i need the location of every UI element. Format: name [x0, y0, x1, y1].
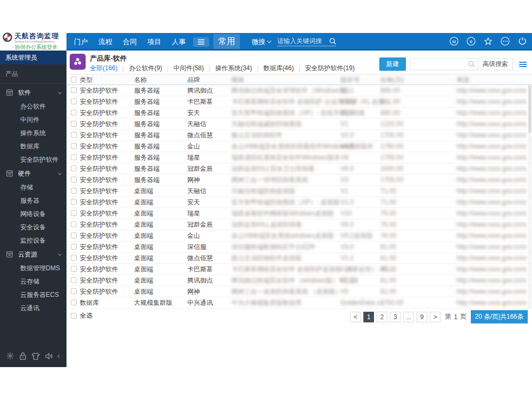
row-checkbox[interactable] [71, 244, 77, 250]
tab-中间件(58)[interactable]: 中间件(58) [173, 64, 204, 73]
lock-screen-icon[interactable] [19, 352, 27, 360]
table-row[interactable]: 安全防护软件服务器端安天安天智甲终端防御系统（XP）- 在线升级防病毒V1.08… [66, 107, 532, 119]
tree-item-中间件[interactable]: 中间件 [0, 113, 66, 127]
tab-全部(166)[interactable]: 全部(166) [90, 64, 118, 73]
nav-item-合同[interactable]: 合同 [123, 37, 137, 47]
select-all-checkbox[interactable] [71, 313, 77, 319]
tree-item-网络设备[interactable]: 网络设备 [0, 207, 66, 221]
table-row[interactable]: 安全防护软件服务器端瑞星瑞星虚拟化系统安全软件Windows版本V81755.0… [66, 152, 532, 163]
tree-item-服务器[interactable]: 服务器 [0, 194, 66, 207]
nav-item-项目[interactable]: 项目 [147, 37, 161, 47]
row-checkbox[interactable] [71, 110, 77, 115]
sound-speaker-icon[interactable] [45, 352, 53, 360]
page-button-1[interactable]: 1 [363, 312, 374, 322]
table-row[interactable]: 安全防护软件服务器端腾讯御点腾讯御点终端安全管理软件（Windows版）V2.1… [66, 85, 532, 96]
collapse-chevron-icon[interactable] [57, 354, 61, 358]
row-checkbox[interactable] [71, 277, 77, 283]
tree-item-监控设备[interactable]: 监控设备 [0, 234, 66, 247]
table-row[interactable]: 安全防护软件服务器端天融信天融信终端威胁防御系统V11220.00http://… [66, 119, 532, 130]
row-checkbox[interactable] [71, 210, 77, 216]
table-row[interactable]: 安全防护软件桌面端天融信天融信终端防御桌面版V171.00http://www.… [66, 186, 532, 197]
tree-item-办公软件[interactable]: 办公软件 [0, 100, 66, 113]
theme-shirt-icon[interactable] [31, 352, 40, 360]
more-options-icon[interactable] [501, 37, 510, 46]
table-row[interactable]: 安全防护软件桌面端冠群金辰冠群金辰KILL桌面防病毒V5.075.00http:… [66, 219, 532, 230]
page-next-button[interactable]: > [430, 312, 440, 322]
row-checkbox[interactable] [71, 177, 77, 182]
tree-item-数据库[interactable]: 数据库 [0, 140, 66, 153]
tree-item-云存储[interactable]: 云存储 [0, 275, 66, 288]
row-checkbox[interactable] [71, 221, 77, 227]
table-row[interactable]: 安全防护软件桌面端卡巴斯基卡巴斯基网络安全软件 全面防护桌面版（KU 款型）- … [66, 264, 532, 275]
nav-item-流程[interactable]: 流程 [98, 37, 112, 47]
page-button-9[interactable]: 9 [417, 312, 427, 322]
oa-login-link[interactable]: · 协同办公系统登录 [12, 44, 57, 51]
list-view-toggle-icon[interactable] [519, 62, 527, 67]
row-checkbox[interactable] [71, 232, 77, 238]
wesearch-dropdown[interactable]: 微搜 [252, 37, 271, 47]
row-checkbox[interactable] [71, 87, 77, 93]
enterprise-chat-icon[interactable]: e [467, 37, 476, 46]
row-checkbox[interactable] [71, 121, 77, 127]
search-icon[interactable] [329, 38, 336, 45]
page-button-2[interactable]: 2 [377, 312, 387, 322]
nav-menu-button[interactable] [193, 37, 209, 47]
tab-操作系统(34)[interactable]: 操作系统(34) [215, 64, 252, 73]
tree-item-操作系统[interactable]: 操作系统 [0, 127, 66, 140]
tree-item-安全设备[interactable]: 安全设备 [0, 221, 66, 234]
global-search-input[interactable] [277, 37, 326, 45]
row-checkbox[interactable] [71, 98, 77, 104]
settings-gear-icon[interactable] [6, 352, 14, 360]
power-logout-icon[interactable] [518, 37, 527, 46]
row-checkbox[interactable] [71, 288, 77, 294]
tree-item-存储[interactable]: 存储 [0, 181, 66, 194]
page-prev-button[interactable]: < [350, 312, 361, 322]
advanced-search-button[interactable]: 高级搜索 [478, 59, 512, 70]
table-row[interactable]: 安全防护软件服务器端冠群金辰冠群金辰KILL安全卫士防病毒V6.01630.00… [66, 163, 532, 174]
nav-item-favorites[interactable]: 常用 [213, 34, 240, 49]
message-icon[interactable]: M [450, 37, 459, 46]
nav-item-门户[interactable]: 门户 [74, 37, 88, 47]
sidebar-section-product[interactable]: 产品 [0, 64, 66, 83]
favorite-star-icon[interactable] [484, 37, 493, 46]
new-button[interactable]: 新建 [379, 57, 406, 71]
tree-item-云通讯[interactable]: 云通讯 [0, 302, 66, 315]
row-checkbox[interactable] [71, 154, 77, 160]
filter-search-icon[interactable] [468, 59, 478, 70]
tree-item-数据管理DMS[interactable]: 数据管理DMS [0, 262, 66, 275]
tree-group-软件[interactable]: 软件 [0, 86, 66, 100]
table-row[interactable]: 安全防护软件桌面端腾讯御点腾讯御点终端安全软件（windows版）V2.1版V2… [66, 275, 532, 286]
page-jump-number[interactable]: 1 [454, 313, 458, 321]
table-row[interactable]: 安全防护软件服务器端微点佰慧微点主动防御软件V2.01705.00http://… [66, 130, 532, 141]
tree-group-云资源[interactable]: 云资源 [0, 247, 66, 262]
table-row[interactable]: 安全防护软件桌面端深信服深信服终端检测响应平台EDRV3.081.00http:… [66, 242, 532, 253]
row-checkbox[interactable] [71, 132, 77, 138]
table-row[interactable]: 安全防护软件桌面端微点佰慧微点主动防御软件桌面版V2.281.00http://… [66, 253, 532, 264]
tab-数据库(46)[interactable]: 数据库(46) [263, 64, 294, 73]
tree-item-云服务器ECS[interactable]: 云服务器ECS [0, 288, 66, 302]
table-scrollbar[interactable] [528, 85, 531, 309]
filter-search-input[interactable] [411, 59, 468, 70]
page-button-3[interactable]: 3 [390, 312, 401, 322]
table-row[interactable]: 安全防护软件桌面端网神网神三合一桌面防病毒系统 （桌面版）V581.00http… [66, 286, 532, 297]
row-checkbox[interactable] [71, 255, 77, 261]
table-row[interactable]: 安全防护软件桌面端金山金山V8终端安全系统windows桌面版V9.2桌面版76… [66, 230, 532, 242]
tab-办公软件(9)[interactable]: 办公软件(9) [129, 64, 162, 73]
table-row[interactable]: 安全防护软件桌面端安天安天智甲终端防御系统（XP）- 桌面版V1.071.00h… [66, 197, 532, 208]
tab-安全防护软件(19)[interactable]: 安全防护软件(19) [305, 64, 354, 73]
row-checkbox[interactable] [71, 199, 77, 205]
page-button-...[interactable]: ... [403, 312, 414, 322]
table-row[interactable]: 数据库大规模集群版中兴通讯中兴大规模集群版数据库GoldenData s...8… [66, 297, 532, 309]
tree-item-安全防护软件[interactable]: 安全防护软件 [0, 153, 66, 167]
table-row[interactable]: 安全防护软件服务器端金山金山V8终端安全系统防病毒组件Windows网络版本V9… [66, 141, 532, 152]
nav-item-人事[interactable]: 人事 [172, 37, 186, 47]
row-checkbox[interactable] [71, 300, 77, 305]
table-row[interactable]: 安全防护软件服务器端网神网神三合一管理防病毒系统V31705.00http://… [66, 174, 532, 186]
row-checkbox[interactable] [71, 266, 77, 272]
row-checkbox[interactable] [71, 143, 77, 149]
header-checkbox[interactable] [71, 77, 77, 82]
row-checkbox[interactable] [71, 165, 77, 171]
tree-group-硬件[interactable]: 硬件 [0, 167, 66, 181]
row-checkbox[interactable] [71, 188, 77, 194]
table-row[interactable]: 安全防护软件服务器端卡巴斯基卡巴斯基网络安全软件 全面防护 企业增强版（KL 款… [66, 96, 532, 107]
